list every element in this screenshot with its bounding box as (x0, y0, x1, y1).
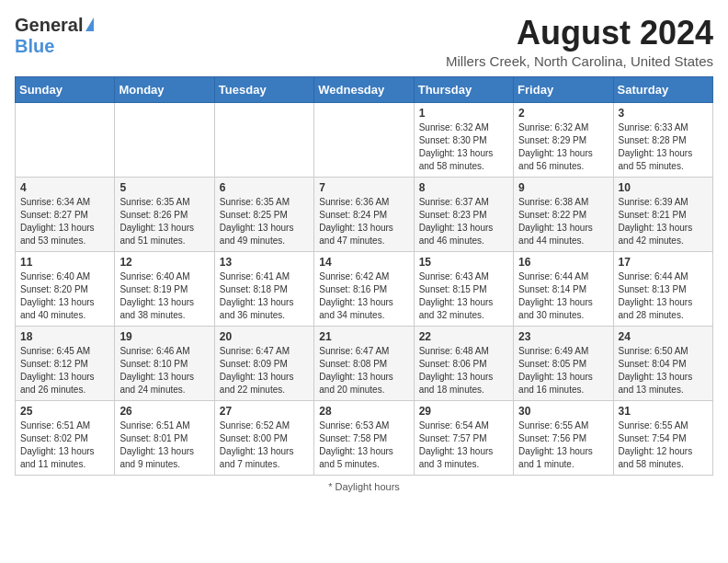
main-title: August 2024 (446, 15, 713, 52)
calendar-cell: 2Sunrise: 6:32 AM Sunset: 8:29 PM Daylig… (514, 102, 613, 177)
day-number: 6 (220, 181, 309, 194)
calendar-cell: 13Sunrise: 6:41 AM Sunset: 8:18 PM Dayli… (214, 251, 313, 326)
day-number: 8 (419, 181, 508, 194)
day-info: Sunrise: 6:52 AM Sunset: 8:00 PM Dayligh… (220, 419, 309, 471)
sub-title: Millers Creek, North Carolina, United St… (446, 53, 713, 69)
calendar-cell (16, 102, 115, 177)
calendar-week-row: 11Sunrise: 6:40 AM Sunset: 8:20 PM Dayli… (16, 251, 713, 326)
day-info: Sunrise: 6:50 AM Sunset: 8:04 PM Dayligh… (619, 345, 708, 396)
calendar-cell: 1Sunrise: 6:32 AM Sunset: 8:30 PM Daylig… (414, 102, 513, 177)
calendar-cell: 15Sunrise: 6:43 AM Sunset: 8:15 PM Dayli… (414, 251, 513, 326)
day-number: 4 (20, 181, 109, 194)
calendar-week-row: 18Sunrise: 6:45 AM Sunset: 8:12 PM Dayli… (16, 326, 713, 400)
day-number: 10 (619, 181, 708, 194)
day-number: 30 (518, 405, 608, 418)
calendar-cell: 24Sunrise: 6:50 AM Sunset: 8:04 PM Dayli… (613, 326, 712, 400)
calendar-header-row: SundayMondayTuesdayWednesdayThursdayFrid… (16, 76, 713, 102)
footer-note-text: Daylight hours (336, 481, 400, 492)
day-number: 12 (119, 256, 209, 269)
day-info: Sunrise: 6:47 AM Sunset: 8:08 PM Dayligh… (319, 345, 408, 396)
calendar-cell: 6Sunrise: 6:35 AM Sunset: 8:25 PM Daylig… (214, 177, 313, 251)
day-number: 18 (20, 330, 109, 343)
day-info: Sunrise: 6:51 AM Sunset: 8:01 PM Dayligh… (119, 419, 209, 471)
calendar-body: 1Sunrise: 6:32 AM Sunset: 8:30 PM Daylig… (16, 102, 713, 475)
day-info: Sunrise: 6:38 AM Sunset: 8:22 PM Dayligh… (518, 196, 608, 247)
day-number: 19 (119, 330, 209, 343)
day-info: Sunrise: 6:45 AM Sunset: 8:12 PM Dayligh… (20, 345, 109, 396)
day-info: Sunrise: 6:51 AM Sunset: 8:02 PM Dayligh… (20, 419, 109, 471)
calendar-cell: 27Sunrise: 6:52 AM Sunset: 8:00 PM Dayli… (214, 400, 313, 475)
day-info: Sunrise: 6:32 AM Sunset: 8:30 PM Dayligh… (419, 121, 508, 173)
day-info: Sunrise: 6:35 AM Sunset: 8:26 PM Dayligh… (119, 196, 209, 247)
calendar-cell: 3Sunrise: 6:33 AM Sunset: 8:28 PM Daylig… (613, 102, 712, 177)
logo-general: General (15, 15, 83, 36)
calendar-cell: 21Sunrise: 6:47 AM Sunset: 8:08 PM Dayli… (314, 326, 414, 400)
day-info: Sunrise: 6:46 AM Sunset: 8:10 PM Dayligh… (119, 345, 209, 396)
day-info: Sunrise: 6:40 AM Sunset: 8:19 PM Dayligh… (119, 270, 209, 322)
day-number: 14 (319, 256, 408, 269)
calendar-cell: 18Sunrise: 6:45 AM Sunset: 8:12 PM Dayli… (16, 326, 115, 400)
calendar-cell: 23Sunrise: 6:49 AM Sunset: 8:05 PM Dayli… (514, 326, 613, 400)
calendar-day-header: Monday (115, 76, 214, 102)
calendar-cell: 30Sunrise: 6:55 AM Sunset: 7:56 PM Dayli… (514, 400, 613, 475)
calendar-day-header: Friday (514, 76, 613, 102)
day-info: Sunrise: 6:34 AM Sunset: 8:27 PM Dayligh… (20, 196, 109, 247)
day-info: Sunrise: 6:44 AM Sunset: 8:14 PM Dayligh… (518, 270, 608, 322)
day-info: Sunrise: 6:55 AM Sunset: 7:56 PM Dayligh… (518, 419, 608, 471)
day-number: 16 (518, 256, 608, 269)
day-number: 20 (220, 330, 309, 343)
calendar-day-header: Wednesday (314, 76, 414, 102)
calendar-week-row: 1Sunrise: 6:32 AM Sunset: 8:30 PM Daylig… (16, 102, 713, 177)
calendar-day-header: Sunday (16, 76, 115, 102)
page-header: General Blue August 2024 Millers Creek, … (15, 15, 713, 69)
calendar-cell (314, 102, 414, 177)
calendar-week-row: 4Sunrise: 6:34 AM Sunset: 8:27 PM Daylig… (16, 177, 713, 251)
calendar-cell: 5Sunrise: 6:35 AM Sunset: 8:26 PM Daylig… (115, 177, 214, 251)
day-info: Sunrise: 6:48 AM Sunset: 8:06 PM Dayligh… (419, 345, 508, 396)
day-number: 25 (20, 405, 109, 418)
calendar-cell: 8Sunrise: 6:37 AM Sunset: 8:23 PM Daylig… (414, 177, 513, 251)
day-number: 9 (518, 181, 608, 194)
day-info: Sunrise: 6:42 AM Sunset: 8:16 PM Dayligh… (319, 270, 408, 322)
logo-blue: Blue (15, 36, 54, 56)
day-number: 5 (119, 181, 209, 194)
calendar-cell: 17Sunrise: 6:44 AM Sunset: 8:13 PM Dayli… (613, 251, 712, 326)
calendar-cell: 31Sunrise: 6:55 AM Sunset: 7:54 PM Dayli… (613, 400, 712, 475)
day-number: 1 (419, 107, 508, 120)
day-number: 17 (619, 256, 708, 269)
calendar-cell: 22Sunrise: 6:48 AM Sunset: 8:06 PM Dayli… (414, 326, 513, 400)
calendar-cell: 12Sunrise: 6:40 AM Sunset: 8:19 PM Dayli… (115, 251, 214, 326)
day-info: Sunrise: 6:44 AM Sunset: 8:13 PM Dayligh… (619, 270, 708, 322)
day-number: 29 (419, 405, 508, 418)
calendar-day-header: Tuesday (214, 76, 313, 102)
day-number: 28 (319, 405, 408, 418)
footer-note: * Daylight hours (15, 481, 713, 492)
calendar-cell: 4Sunrise: 6:34 AM Sunset: 8:27 PM Daylig… (16, 177, 115, 251)
day-number: 2 (518, 107, 608, 120)
calendar-cell (214, 102, 313, 177)
calendar-cell: 28Sunrise: 6:53 AM Sunset: 7:58 PM Dayli… (314, 400, 414, 475)
day-number: 27 (220, 405, 309, 418)
calendar-cell: 11Sunrise: 6:40 AM Sunset: 8:20 PM Dayli… (16, 251, 115, 326)
calendar-cell: 26Sunrise: 6:51 AM Sunset: 8:01 PM Dayli… (115, 400, 214, 475)
day-info: Sunrise: 6:39 AM Sunset: 8:21 PM Dayligh… (619, 196, 708, 247)
calendar-day-header: Thursday (414, 76, 513, 102)
calendar-cell: 14Sunrise: 6:42 AM Sunset: 8:16 PM Dayli… (314, 251, 414, 326)
day-info: Sunrise: 6:54 AM Sunset: 7:57 PM Dayligh… (419, 419, 508, 471)
day-number: 21 (319, 330, 408, 343)
calendar-cell (115, 102, 214, 177)
calendar-cell: 29Sunrise: 6:54 AM Sunset: 7:57 PM Dayli… (414, 400, 513, 475)
day-number: 24 (619, 330, 708, 343)
day-info: Sunrise: 6:35 AM Sunset: 8:25 PM Dayligh… (220, 196, 309, 247)
day-info: Sunrise: 6:33 AM Sunset: 8:28 PM Dayligh… (619, 121, 708, 173)
calendar-table: SundayMondayTuesdayWednesdayThursdayFrid… (15, 76, 713, 476)
calendar-cell: 10Sunrise: 6:39 AM Sunset: 8:21 PM Dayli… (613, 177, 712, 251)
day-number: 31 (619, 405, 708, 418)
day-number: 15 (419, 256, 508, 269)
day-info: Sunrise: 6:43 AM Sunset: 8:15 PM Dayligh… (419, 270, 508, 322)
day-info: Sunrise: 6:55 AM Sunset: 7:54 PM Dayligh… (619, 419, 708, 471)
day-info: Sunrise: 6:40 AM Sunset: 8:20 PM Dayligh… (20, 270, 109, 322)
calendar-cell: 7Sunrise: 6:36 AM Sunset: 8:24 PM Daylig… (314, 177, 414, 251)
logo-triangle-icon (85, 17, 94, 31)
calendar-cell: 19Sunrise: 6:46 AM Sunset: 8:10 PM Dayli… (115, 326, 214, 400)
